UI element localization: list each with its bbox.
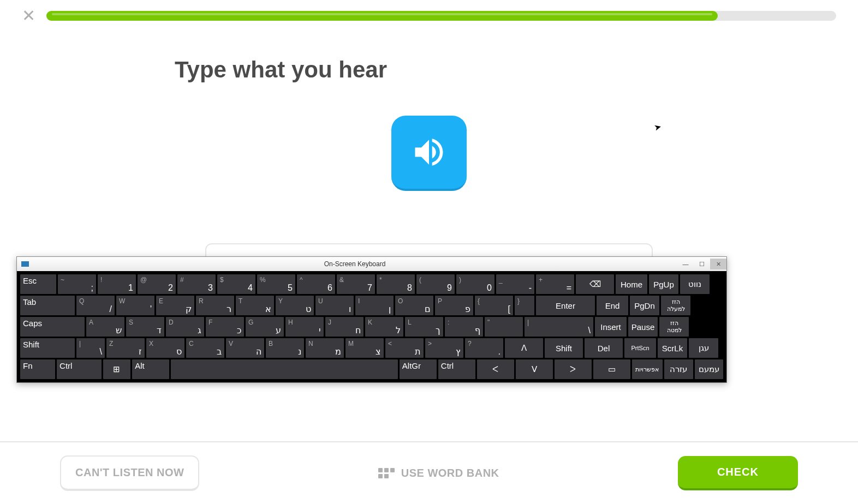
- osk-key[interactable]: ": [485, 317, 523, 337]
- osk-key[interactable]: נווט: [680, 274, 710, 294]
- osk-key[interactable]: &7: [337, 274, 375, 294]
- osk-key[interactable]: Home: [616, 274, 647, 294]
- osk-key[interactable]: Fn: [20, 359, 55, 379]
- osk-key[interactable]: W': [116, 296, 154, 315]
- osk-key[interactable]: Aש: [86, 317, 124, 337]
- osk-key[interactable]: Rר: [196, 296, 234, 315]
- osk-key[interactable]: Tab: [20, 296, 75, 315]
- osk-key[interactable]: ᐯ: [516, 359, 553, 379]
- osk-key[interactable]: :ף: [445, 317, 483, 337]
- use-word-bank-button[interactable]: USE WORD BANK: [378, 467, 499, 479]
- close-icon[interactable]: ✕: [22, 8, 35, 24]
- osk-key[interactable]: ?.: [465, 338, 503, 358]
- cant-listen-button[interactable]: CAN'T LISTEN NOW: [60, 455, 199, 491]
- osk-key[interactable]: Nמ: [306, 338, 344, 358]
- osk-key[interactable]: AltGr: [400, 359, 437, 379]
- osk-app-icon: [21, 261, 29, 267]
- osk-key[interactable]: Yט: [276, 296, 314, 315]
- osk-key[interactable]: הזז למטה: [659, 317, 689, 337]
- osk-key[interactable]: Enter: [536, 296, 595, 315]
- osk-key[interactable]: Kל: [365, 317, 403, 337]
- osk-key[interactable]: PgDn: [630, 296, 659, 315]
- osk-key[interactable]: |\: [525, 317, 593, 337]
- check-button[interactable]: CHECK: [678, 456, 798, 490]
- osk-key[interactable]: Cב: [186, 338, 224, 358]
- osk-key[interactable]: Shift: [20, 338, 75, 358]
- osk-key[interactable]: הזז למעלה: [661, 296, 690, 315]
- osk-key[interactable]: Bנ: [266, 338, 304, 358]
- osk-key[interactable]: Tא: [236, 296, 274, 315]
- osk-key[interactable]: Oם: [395, 296, 433, 315]
- osk-key[interactable]: ScrLk: [658, 338, 687, 358]
- osk-key[interactable]: Xס: [146, 338, 184, 358]
- osk-key[interactable]: Pause: [628, 317, 658, 337]
- osk-key[interactable]: )0: [456, 274, 494, 294]
- osk-key[interactable]: {[: [475, 296, 513, 315]
- osk-key[interactable]: PrtScn: [624, 338, 656, 358]
- osk-key[interactable]: [171, 359, 398, 379]
- osk-title-bar[interactable]: On-Screen Keyboard — ☐ ✕: [17, 257, 726, 271]
- osk-key[interactable]: !1: [98, 274, 136, 294]
- osk-key[interactable]: ⊞: [103, 359, 131, 379]
- osk-key[interactable]: אפשרויות: [632, 359, 663, 379]
- osk-minimize-button[interactable]: —: [677, 259, 694, 269]
- osk-key[interactable]: Mצ: [345, 338, 384, 358]
- osk-key[interactable]: +=: [536, 274, 574, 294]
- osk-key[interactable]: Ctrl: [438, 359, 475, 379]
- osk-key[interactable]: *8: [377, 274, 415, 294]
- osk-close-button[interactable]: ✕: [710, 259, 726, 269]
- osk-key[interactable]: Dג: [166, 317, 204, 337]
- osk-title: On-Screen Keyboard: [32, 260, 677, 268]
- osk-key[interactable]: Sד: [126, 317, 164, 337]
- speaker-icon: [410, 134, 448, 171]
- osk-key[interactable]: Zז: [106, 338, 145, 358]
- osk-keys: Esc~;!1@2#3$4%5^6&7*8(9)0_-+=⌫HomePgUpנו…: [17, 271, 726, 382]
- osk-key[interactable]: |\: [76, 338, 105, 358]
- osk-key[interactable]: ᐸ: [477, 359, 514, 379]
- osk-key[interactable]: #3: [177, 274, 216, 294]
- osk-key[interactable]: }: [515, 296, 534, 315]
- osk-key[interactable]: Hי: [285, 317, 324, 337]
- osk-key[interactable]: Iן: [355, 296, 394, 315]
- osk-key[interactable]: Pפ: [435, 296, 473, 315]
- osk-key[interactable]: עזרה: [664, 359, 693, 379]
- osk-key[interactable]: ᐳ: [555, 359, 592, 379]
- osk-key[interactable]: <ת: [385, 338, 424, 358]
- osk-key[interactable]: ~;: [58, 274, 96, 294]
- osk-key[interactable]: Del: [585, 338, 623, 358]
- osk-key[interactable]: Ctrl: [57, 359, 101, 379]
- footer-bar: CAN'T LISTEN NOW USE WORD BANK CHECK: [0, 441, 858, 504]
- osk-key[interactable]: Alt: [132, 359, 169, 379]
- osk-key[interactable]: Insert: [595, 317, 627, 337]
- osk-key[interactable]: עגן: [689, 338, 718, 358]
- osk-key[interactable]: Eק: [156, 296, 194, 315]
- osk-maximize-button[interactable]: ☐: [694, 259, 710, 269]
- osk-key[interactable]: Jח: [325, 317, 364, 337]
- osk-key[interactable]: PgUp: [649, 274, 678, 294]
- osk-key[interactable]: _-: [496, 274, 534, 294]
- osk-key[interactable]: Uו: [315, 296, 354, 315]
- play-audio-button[interactable]: [391, 116, 467, 191]
- osk-key[interactable]: (9: [416, 274, 455, 294]
- osk-key[interactable]: Shift: [545, 338, 583, 358]
- word-bank-label: USE WORD BANK: [401, 467, 499, 479]
- osk-key[interactable]: Lך: [405, 317, 443, 337]
- osk-key[interactable]: ⌫: [576, 274, 614, 294]
- osk-key[interactable]: Q/: [76, 296, 115, 315]
- osk-key[interactable]: $4: [217, 274, 255, 294]
- osk-key[interactable]: ▭: [593, 359, 630, 379]
- osk-key[interactable]: עמעם: [695, 359, 724, 379]
- osk-key[interactable]: ^6: [297, 274, 335, 294]
- osk-key[interactable]: @2: [138, 274, 176, 294]
- osk-key[interactable]: Fכ: [206, 317, 244, 337]
- osk-key[interactable]: >ץ: [425, 338, 463, 358]
- osk-key[interactable]: %5: [257, 274, 295, 294]
- osk-key[interactable]: Caps: [20, 317, 85, 337]
- osk-key[interactable]: End: [597, 296, 628, 315]
- osk-key[interactable]: Gע: [246, 317, 284, 337]
- osk-key[interactable]: Vה: [226, 338, 264, 358]
- osk-key[interactable]: ᐱ: [505, 338, 543, 358]
- on-screen-keyboard-window: On-Screen Keyboard — ☐ ✕ Esc~;!1@2#3$4%5…: [16, 256, 727, 383]
- prompt-title: Type what you hear: [175, 57, 858, 83]
- osk-key[interactable]: Esc: [20, 274, 56, 294]
